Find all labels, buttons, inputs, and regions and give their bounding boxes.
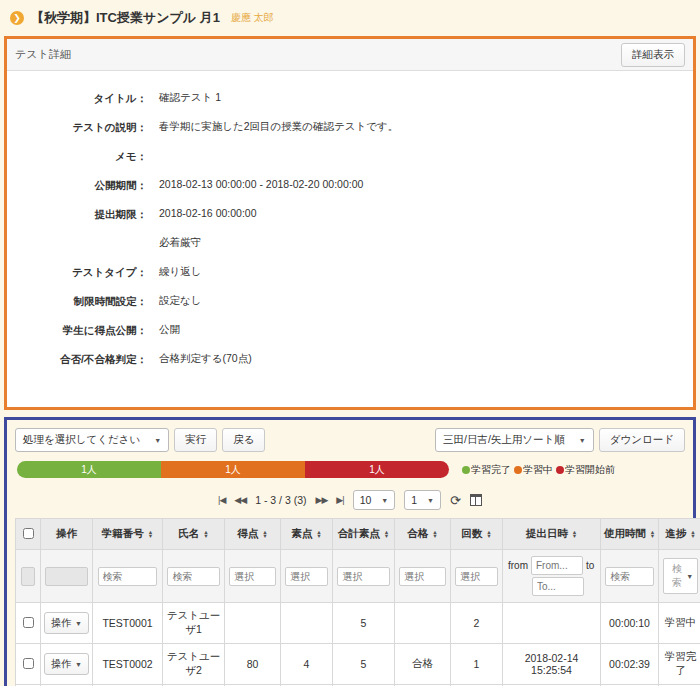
refresh-icon[interactable]: ⟳ [450,494,461,507]
filter-pass[interactable] [399,567,446,586]
field-label: 提出期限： [17,207,147,222]
chevron-down-icon: ▼ [579,437,586,444]
pagination: |◀ ◀◀ 1 - 3 / 3 (3) ▶▶ ▶| 10 ▼ 1 ▼ ⟳ [15,490,685,510]
user-name-link[interactable]: 慶應 太郎 [231,11,274,25]
chevron-down-icon: ▼ [75,661,82,668]
sort-icon[interactable]: ▲▼ [148,530,153,539]
filter-time-used[interactable] [605,567,653,586]
sort-icon[interactable]: ▲▼ [203,530,208,539]
field-label: 学生に得点公開： [17,323,147,338]
first-page-icon[interactable]: |◀ [218,495,225,505]
field-label: メモ： [17,149,147,164]
sort-icon[interactable]: ▲▼ [262,530,267,539]
field-deadline-note: 必着厳守 [159,236,683,265]
chevron-right-icon: ❯ [10,11,24,25]
filter-raw-score[interactable] [285,567,328,586]
filter-date-to[interactable] [532,577,584,596]
row-action-button[interactable]: 操作▼ [44,612,89,634]
field-pass-judge: 合否/不合格判定： 合格判定する(70点) [17,352,683,381]
filter-action-disabled [45,567,88,586]
panel-title: テスト詳細 [15,47,71,62]
red-dot-icon [556,466,564,474]
page-title: 【秋学期】ITC授業サンプル 月1 [31,9,220,27]
field-open-period: 公開期間： 2018-02-13 00:00:00 - 2018-02-20 0… [17,178,683,207]
sort-icon[interactable]: ▲▼ [690,530,695,539]
row-action-button[interactable]: 操作▼ [44,653,89,675]
chevron-down-icon: ▼ [427,497,434,504]
field-description: テストの説明： 春学期に実施した2回目の授業の確認テストです。 [17,120,683,149]
sort-icon[interactable]: ▲▼ [486,530,491,539]
field-value: 設定なし [159,294,202,308]
page-number-select[interactable]: 1 ▼ [404,490,441,510]
last-page-icon[interactable]: ▶| [336,495,343,505]
sort-icon[interactable]: ▲▼ [572,530,577,539]
filter-student-id[interactable] [98,567,158,586]
filter-score[interactable] [229,567,276,586]
progress-segment-not-started: 1人 [305,461,449,478]
filter-progress-select[interactable]: 検索 ▼ [663,558,698,594]
test-detail-panel: テスト詳細 詳細表示 タイトル： 確認テスト 1 テストの説明： 春学期に実施し… [4,36,696,410]
filter-row: from to 検索 ▼ [16,550,700,603]
breadcrumb: ❯ 【秋学期】ITC授業サンプル 月1 慶應 太郎 [0,0,700,34]
progress-segment-complete: 1人 [17,461,161,478]
chevron-down-icon: ▼ [154,437,161,444]
chevron-down-icon: ▼ [381,497,388,504]
field-value: 公開 [159,323,180,337]
field-label: 公開期間： [17,178,147,193]
field-memo: メモ： [17,149,683,178]
results-panel: 処理を選択してください ▼ 実行 戻る 三田/日吉/矢上用ソート順 ▼ ダウンロ… [4,417,696,686]
table-row: 操作▼ TEST0002 テストユーザ2 80 4 5 合格 1 2018-02… [16,644,700,685]
field-value: 合格判定する(70点) [159,352,252,366]
field-label: テストの説明： [17,120,147,135]
execute-button[interactable]: 実行 [174,428,217,452]
field-title: タイトル： 確認テスト 1 [17,91,683,120]
top-toolbar: 処理を選択してください ▼ 実行 戻る 三田/日吉/矢上用ソート順 ▼ ダウンロ… [15,428,685,452]
results-table: 操作 学籍番号▲▼ 氏名▲▼ 得点▲▼ 素点▲▼ 合計素点▲▼ 合格▲▼ 回数▲… [15,518,700,686]
chevron-down-icon: ▼ [75,620,82,627]
columns-icon[interactable] [470,494,482,506]
detail-view-button[interactable]: 詳細表示 [621,43,685,67]
filter-date-from[interactable] [531,556,583,575]
next-page-icon[interactable]: ▶▶ [316,495,328,505]
sort-icon[interactable]: ▲▼ [384,530,389,539]
filter-attempts[interactable] [455,567,498,586]
download-button[interactable]: ダウンロード [599,428,685,452]
sort-icon[interactable]: ▲▼ [432,530,437,539]
filter-submit-date: from to [506,556,597,596]
field-deadline: 提出期限： 2018-02-16 00:00:00 [17,207,683,236]
filter-name[interactable] [167,567,219,586]
prev-page-icon[interactable]: ◀◀ [234,495,246,505]
row-checkbox[interactable] [23,658,34,669]
orange-dot-icon [514,466,522,474]
table-row: 操作▼ TEST0001 テストユーザ1 5 2 00:00:10 学習中 [16,603,700,644]
progress-bar: 1人 1人 1人 [17,461,449,478]
select-all-checkbox[interactable] [23,528,34,539]
field-value: 繰り返し [159,265,202,279]
sort-order-select[interactable]: 三田/日吉/矢上用ソート順 ▼ [435,428,594,452]
green-dot-icon [462,466,470,474]
field-label: テストタイプ： [17,265,147,280]
field-label: 制限時間設定： [17,294,147,309]
filter-disabled [21,567,35,586]
header-row: 操作 学籍番号▲▼ 氏名▲▼ 得点▲▼ 素点▲▼ 合計素点▲▼ 合格▲▼ 回数▲… [16,519,700,550]
action-select[interactable]: 処理を選択してください ▼ [15,428,169,452]
field-value: 2018-02-16 00:00:00 [159,207,257,219]
filter-total-raw-score[interactable] [337,567,389,586]
progress-legend: 学習完了 学習中 学習開始前 [459,463,615,477]
field-score-publish: 学生に得点公開： 公開 [17,323,683,352]
page-size-select[interactable]: 10 ▼ [353,490,396,510]
field-value: 春学期に実施した2回目の授業の確認テストです。 [159,120,398,134]
progress-segment-in-progress: 1人 [161,461,305,478]
field-value: 2018-02-13 00:00:00 - 2018-02-20 00:00:0… [159,178,363,190]
sort-icon[interactable]: ▲▼ [316,530,321,539]
sort-icon[interactable]: ▲▼ [650,530,655,539]
field-test-type: テストタイプ： 繰り返し [17,265,683,294]
row-checkbox[interactable] [23,617,34,628]
page-range-label: 1 - 3 / 3 (3) [255,494,306,506]
field-time-limit: 制限時間設定： 設定なし [17,294,683,323]
field-label: タイトル： [17,91,147,106]
progress-row: 1人 1人 1人 学習完了 学習中 学習開始前 [17,461,683,478]
back-button[interactable]: 戻る [222,428,265,452]
field-label: 合否/不合格判定： [17,352,147,367]
chevron-down-icon: ▼ [686,573,693,580]
